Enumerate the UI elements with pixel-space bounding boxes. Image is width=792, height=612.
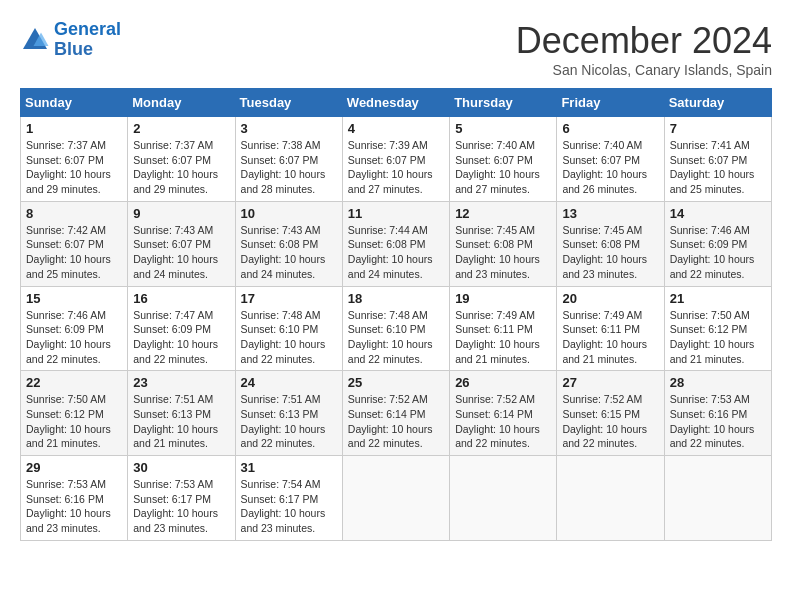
day-number: 3 <box>241 121 337 136</box>
cell-week1-day2: 3 Sunrise: 7:38 AM Sunset: 6:07 PM Dayli… <box>235 117 342 202</box>
cell-week3-day0: 15 Sunrise: 7:46 AM Sunset: 6:09 PM Dayl… <box>21 286 128 371</box>
cell-week4-day5: 27 Sunrise: 7:52 AM Sunset: 6:15 PM Dayl… <box>557 371 664 456</box>
day-number: 26 <box>455 375 551 390</box>
day-number: 9 <box>133 206 229 221</box>
day-number: 21 <box>670 291 766 306</box>
week-row-2: 8 Sunrise: 7:42 AM Sunset: 6:07 PM Dayli… <box>21 201 772 286</box>
day-info: Sunrise: 7:47 AM Sunset: 6:09 PM Dayligh… <box>133 308 229 367</box>
day-number: 5 <box>455 121 551 136</box>
cell-week1-day6: 7 Sunrise: 7:41 AM Sunset: 6:07 PM Dayli… <box>664 117 771 202</box>
day-number: 17 <box>241 291 337 306</box>
day-number: 23 <box>133 375 229 390</box>
day-info: Sunrise: 7:52 AM Sunset: 6:14 PM Dayligh… <box>348 392 444 451</box>
cell-week4-day6: 28 Sunrise: 7:53 AM Sunset: 6:16 PM Dayl… <box>664 371 771 456</box>
day-info: Sunrise: 7:44 AM Sunset: 6:08 PM Dayligh… <box>348 223 444 282</box>
day-number: 1 <box>26 121 122 136</box>
header-saturday: Saturday <box>664 89 771 117</box>
cell-week3-day3: 18 Sunrise: 7:48 AM Sunset: 6:10 PM Dayl… <box>342 286 449 371</box>
day-info: Sunrise: 7:50 AM Sunset: 6:12 PM Dayligh… <box>670 308 766 367</box>
day-info: Sunrise: 7:51 AM Sunset: 6:13 PM Dayligh… <box>241 392 337 451</box>
day-info: Sunrise: 7:54 AM Sunset: 6:17 PM Dayligh… <box>241 477 337 536</box>
day-info: Sunrise: 7:51 AM Sunset: 6:13 PM Dayligh… <box>133 392 229 451</box>
cell-week5-day3 <box>342 456 449 541</box>
day-number: 13 <box>562 206 658 221</box>
day-info: Sunrise: 7:53 AM Sunset: 6:16 PM Dayligh… <box>670 392 766 451</box>
day-info: Sunrise: 7:40 AM Sunset: 6:07 PM Dayligh… <box>562 138 658 197</box>
cell-week3-day1: 16 Sunrise: 7:47 AM Sunset: 6:09 PM Dayl… <box>128 286 235 371</box>
cell-week2-day6: 14 Sunrise: 7:46 AM Sunset: 6:09 PM Dayl… <box>664 201 771 286</box>
day-info: Sunrise: 7:52 AM Sunset: 6:15 PM Dayligh… <box>562 392 658 451</box>
day-info: Sunrise: 7:42 AM Sunset: 6:07 PM Dayligh… <box>26 223 122 282</box>
day-info: Sunrise: 7:50 AM Sunset: 6:12 PM Dayligh… <box>26 392 122 451</box>
month-title: December 2024 <box>516 20 772 62</box>
day-info: Sunrise: 7:46 AM Sunset: 6:09 PM Dayligh… <box>26 308 122 367</box>
logo: General Blue <box>20 20 121 60</box>
cell-week3-day2: 17 Sunrise: 7:48 AM Sunset: 6:10 PM Dayl… <box>235 286 342 371</box>
logo-icon <box>20 25 50 55</box>
weekday-header-row: Sunday Monday Tuesday Wednesday Thursday… <box>21 89 772 117</box>
day-number: 27 <box>562 375 658 390</box>
day-number: 7 <box>670 121 766 136</box>
day-info: Sunrise: 7:53 AM Sunset: 6:16 PM Dayligh… <box>26 477 122 536</box>
cell-week2-day3: 11 Sunrise: 7:44 AM Sunset: 6:08 PM Dayl… <box>342 201 449 286</box>
cell-week5-day2: 31 Sunrise: 7:54 AM Sunset: 6:17 PM Dayl… <box>235 456 342 541</box>
cell-week5-day1: 30 Sunrise: 7:53 AM Sunset: 6:17 PM Dayl… <box>128 456 235 541</box>
cell-week3-day6: 21 Sunrise: 7:50 AM Sunset: 6:12 PM Dayl… <box>664 286 771 371</box>
cell-week2-day1: 9 Sunrise: 7:43 AM Sunset: 6:07 PM Dayli… <box>128 201 235 286</box>
day-number: 30 <box>133 460 229 475</box>
cell-week3-day5: 20 Sunrise: 7:49 AM Sunset: 6:11 PM Dayl… <box>557 286 664 371</box>
day-number: 16 <box>133 291 229 306</box>
day-number: 8 <box>26 206 122 221</box>
cell-week4-day3: 25 Sunrise: 7:52 AM Sunset: 6:14 PM Dayl… <box>342 371 449 456</box>
day-number: 31 <box>241 460 337 475</box>
day-info: Sunrise: 7:48 AM Sunset: 6:10 PM Dayligh… <box>348 308 444 367</box>
header-friday: Friday <box>557 89 664 117</box>
cell-week5-day4 <box>450 456 557 541</box>
day-number: 11 <box>348 206 444 221</box>
cell-week2-day2: 10 Sunrise: 7:43 AM Sunset: 6:08 PM Dayl… <box>235 201 342 286</box>
cell-week1-day0: 1 Sunrise: 7:37 AM Sunset: 6:07 PM Dayli… <box>21 117 128 202</box>
day-number: 28 <box>670 375 766 390</box>
day-info: Sunrise: 7:53 AM Sunset: 6:17 PM Dayligh… <box>133 477 229 536</box>
day-number: 18 <box>348 291 444 306</box>
header-sunday: Sunday <box>21 89 128 117</box>
day-info: Sunrise: 7:37 AM Sunset: 6:07 PM Dayligh… <box>26 138 122 197</box>
day-info: Sunrise: 7:46 AM Sunset: 6:09 PM Dayligh… <box>670 223 766 282</box>
cell-week1-day4: 5 Sunrise: 7:40 AM Sunset: 6:07 PM Dayli… <box>450 117 557 202</box>
cell-week3-day4: 19 Sunrise: 7:49 AM Sunset: 6:11 PM Dayl… <box>450 286 557 371</box>
day-info: Sunrise: 7:45 AM Sunset: 6:08 PM Dayligh… <box>455 223 551 282</box>
week-row-1: 1 Sunrise: 7:37 AM Sunset: 6:07 PM Dayli… <box>21 117 772 202</box>
week-row-3: 15 Sunrise: 7:46 AM Sunset: 6:09 PM Dayl… <box>21 286 772 371</box>
day-number: 19 <box>455 291 551 306</box>
location: San Nicolas, Canary Islands, Spain <box>516 62 772 78</box>
title-area: December 2024 San Nicolas, Canary Island… <box>516 20 772 78</box>
day-info: Sunrise: 7:40 AM Sunset: 6:07 PM Dayligh… <box>455 138 551 197</box>
calendar: Sunday Monday Tuesday Wednesday Thursday… <box>20 88 772 541</box>
day-number: 24 <box>241 375 337 390</box>
day-info: Sunrise: 7:38 AM Sunset: 6:07 PM Dayligh… <box>241 138 337 197</box>
week-row-4: 22 Sunrise: 7:50 AM Sunset: 6:12 PM Dayl… <box>21 371 772 456</box>
header-thursday: Thursday <box>450 89 557 117</box>
day-info: Sunrise: 7:43 AM Sunset: 6:07 PM Dayligh… <box>133 223 229 282</box>
day-number: 29 <box>26 460 122 475</box>
day-number: 12 <box>455 206 551 221</box>
cell-week2-day0: 8 Sunrise: 7:42 AM Sunset: 6:07 PM Dayli… <box>21 201 128 286</box>
day-info: Sunrise: 7:49 AM Sunset: 6:11 PM Dayligh… <box>455 308 551 367</box>
cell-week5-day0: 29 Sunrise: 7:53 AM Sunset: 6:16 PM Dayl… <box>21 456 128 541</box>
day-info: Sunrise: 7:52 AM Sunset: 6:14 PM Dayligh… <box>455 392 551 451</box>
cell-week1-day1: 2 Sunrise: 7:37 AM Sunset: 6:07 PM Dayli… <box>128 117 235 202</box>
day-info: Sunrise: 7:41 AM Sunset: 6:07 PM Dayligh… <box>670 138 766 197</box>
cell-week1-day5: 6 Sunrise: 7:40 AM Sunset: 6:07 PM Dayli… <box>557 117 664 202</box>
day-number: 10 <box>241 206 337 221</box>
cell-week4-day1: 23 Sunrise: 7:51 AM Sunset: 6:13 PM Dayl… <box>128 371 235 456</box>
cell-week5-day5 <box>557 456 664 541</box>
cell-week4-day2: 24 Sunrise: 7:51 AM Sunset: 6:13 PM Dayl… <box>235 371 342 456</box>
header-monday: Monday <box>128 89 235 117</box>
day-info: Sunrise: 7:48 AM Sunset: 6:10 PM Dayligh… <box>241 308 337 367</box>
day-number: 15 <box>26 291 122 306</box>
day-info: Sunrise: 7:49 AM Sunset: 6:11 PM Dayligh… <box>562 308 658 367</box>
cell-week2-day4: 12 Sunrise: 7:45 AM Sunset: 6:08 PM Dayl… <box>450 201 557 286</box>
day-number: 2 <box>133 121 229 136</box>
day-info: Sunrise: 7:43 AM Sunset: 6:08 PM Dayligh… <box>241 223 337 282</box>
day-number: 25 <box>348 375 444 390</box>
